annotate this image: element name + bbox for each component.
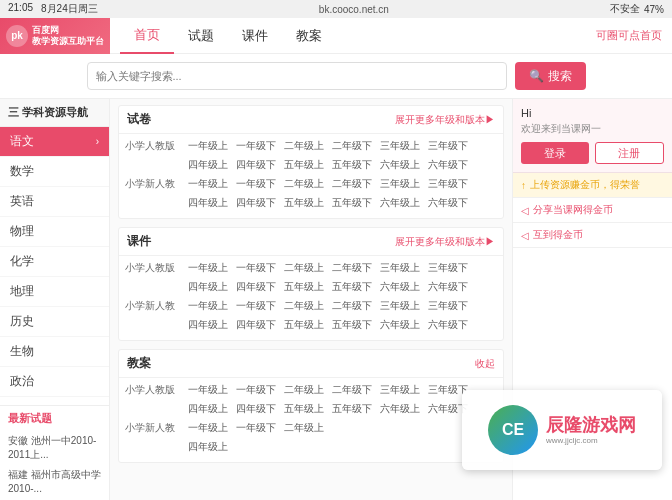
grade-link[interactable]: 六年级上 [377,317,423,333]
grade-link[interactable]: 二年级下 [329,176,375,192]
exam-section-more[interactable]: 展开更多年级和版本▶ [395,113,495,127]
search-button[interactable]: 🔍 搜索 [515,62,586,90]
search-input[interactable] [96,70,498,82]
grade-link[interactable]: 二年级上 [281,382,327,398]
grade-link[interactable]: 一年级上 [185,176,231,192]
grade-link[interactable]: 四年级上 [185,279,231,295]
exam-grade-links-2a: 一年级上 一年级下 二年级上 二年级下 三年级上 三年级下 [185,176,471,192]
grade-link[interactable]: 六年级下 [425,195,471,211]
grade-link[interactable]: 三年级上 [377,298,423,314]
upload-action[interactable]: ↑ 上传资源赚金币，得荣誉 [513,173,672,198]
grade-link[interactable]: 六年级上 [377,401,423,417]
grade-link[interactable]: 三年级上 [377,382,423,398]
courseware-section-title: 课件 [127,233,151,250]
sidebar-item-biology[interactable]: 生物 [0,337,109,367]
grade-link[interactable]: 一年级下 [233,260,279,276]
grade-link[interactable]: 五年级下 [329,317,375,333]
search-bar: 🔍 搜索 [0,54,672,99]
grade-link[interactable]: 四年级下 [233,195,279,211]
grade-link[interactable]: 三年级下 [425,260,471,276]
grade-link[interactable]: 五年级下 [329,157,375,173]
sidebar-item-politics[interactable]: 政治 [0,367,109,397]
grade-link[interactable]: 四年级上 [185,317,231,333]
grade-link[interactable]: 二年级上 [281,176,327,192]
login-button[interactable]: 登录 [521,142,589,164]
grade-link[interactable]: 五年级下 [329,401,375,417]
grade-link[interactable]: 一年级上 [185,382,231,398]
grade-link[interactable]: 一年级下 [233,420,279,436]
sidebar-new-trial-item-1[interactable]: 安徽 池州一中2010-2011上... [0,431,109,465]
nav-item-home[interactable]: 首页 [120,18,174,54]
grade-link[interactable]: 四年级下 [233,157,279,173]
lesson-publisher-label-2: 小学新人教 [125,421,185,435]
courseware-publisher-label-1: 小学人教版 [125,261,185,275]
grade-link[interactable]: 四年级下 [233,401,279,417]
grade-link[interactable]: 一年级上 [185,260,231,276]
grade-link[interactable]: 四年级上 [185,439,231,455]
grade-link[interactable]: 五年级上 [281,401,327,417]
grade-link[interactable]: 三年级下 [425,176,471,192]
grade-link[interactable]: 三年级下 [425,298,471,314]
grade-link[interactable]: 二年级下 [329,138,375,154]
grade-link[interactable]: 六年级上 [377,157,423,173]
sidebar-new-trial-item-2[interactable]: 福建 福州市高级中学2010-... [0,465,109,499]
lesson-section-more[interactable]: 收起 [475,357,495,371]
lesson-publisher-row-2b: 四年级上 [125,439,497,455]
grade-link[interactable]: 六年级上 [377,279,423,295]
sidebar-item-geography[interactable]: 地理 [0,277,109,307]
grade-link[interactable]: 二年级上 [281,420,327,436]
nav-item-exam[interactable]: 试题 [174,18,228,54]
grade-link[interactable]: 一年级上 [185,298,231,314]
grade-link[interactable]: 二年级上 [281,138,327,154]
grade-link[interactable]: 五年级下 [329,195,375,211]
grade-link[interactable]: 五年级上 [281,279,327,295]
nav-item-courseware[interactable]: 课件 [228,18,282,54]
grade-link[interactable]: 一年级上 [185,420,231,436]
sidebar-item-history[interactable]: 历史 [0,307,109,337]
nav-items: 首页 试题 课件 教案 [110,18,596,54]
hi-text: Hi [521,107,664,119]
grade-link[interactable]: 一年级下 [233,298,279,314]
grade-link[interactable]: 二年级下 [329,260,375,276]
courseware-section-more[interactable]: 展开更多年级和版本▶ [395,235,495,249]
grade-link[interactable]: 三年级上 [377,176,423,192]
grade-link[interactable]: 六年级下 [425,157,471,173]
sidebar-item-chinese[interactable]: 语文 › [0,127,109,157]
check-action[interactable]: ◁ 互到得金币 [513,223,672,248]
grade-link[interactable]: 二年级下 [329,298,375,314]
sidebar-item-english[interactable]: 英语 [0,187,109,217]
grade-link[interactable]: 四年级下 [233,279,279,295]
courseware-content-table: 小学人教版 一年级上 一年级下 二年级上 二年级下 三年级上 三年级下 四年级上… [119,256,503,340]
grade-link[interactable]: 四年级上 [185,401,231,417]
share-action[interactable]: ◁ 分享当课网得金币 [513,198,672,223]
grade-link[interactable]: 二年级上 [281,298,327,314]
logo-line1: 百度网 [32,25,104,36]
grade-link[interactable]: 一年级上 [185,138,231,154]
grade-link[interactable]: 四年级上 [185,195,231,211]
grade-link[interactable]: 二年级上 [281,260,327,276]
search-input-wrap[interactable] [87,62,507,90]
grade-link[interactable]: 一年级下 [233,176,279,192]
grade-link[interactable]: 三年级上 [377,138,423,154]
sidebar-item-math[interactable]: 数学 [0,157,109,187]
grade-link[interactable]: 四年级上 [185,157,231,173]
register-button[interactable]: 注册 [595,142,665,164]
grade-link[interactable]: 六年级下 [425,317,471,333]
grade-link[interactable]: 三年级上 [377,260,423,276]
grade-link[interactable]: 五年级上 [281,195,327,211]
grade-link[interactable]: 一年级下 [233,138,279,154]
grade-link[interactable]: 六年级下 [425,279,471,295]
grade-link[interactable]: 五年级上 [281,157,327,173]
grade-link[interactable]: 三年级下 [425,138,471,154]
grade-link[interactable]: 四年级下 [233,317,279,333]
nav-right-link[interactable]: 可圈可点首页 [596,28,672,43]
grade-link[interactable]: 一年级下 [233,382,279,398]
grade-link[interactable]: 五年级下 [329,279,375,295]
grade-link[interactable]: 六年级上 [377,195,423,211]
grade-link[interactable]: 二年级下 [329,382,375,398]
logo[interactable]: pk 百度网 教学资源互助平台 [0,18,110,54]
sidebar-item-chemistry[interactable]: 化学 [0,247,109,277]
sidebar-item-physics[interactable]: 物理 [0,217,109,247]
grade-link[interactable]: 五年级上 [281,317,327,333]
nav-item-lesson[interactable]: 教案 [282,18,336,54]
